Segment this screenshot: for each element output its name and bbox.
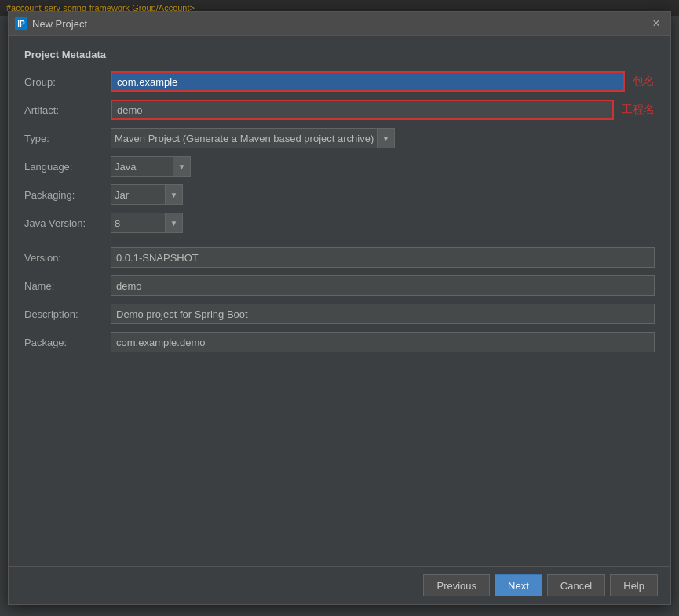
artifact-annotation: 工程名 [622,103,655,117]
cancel-button[interactable]: Cancel [547,574,605,596]
language-label: Language: [24,161,111,173]
group-label: Group: [24,76,111,88]
artifact-row: Artifact: 工程名 [24,100,655,120]
package-row: Package: [24,332,655,352]
language-select-wrap: Java Kotlin Groovy ▼ [111,156,191,177]
artifact-label: Artifact: [24,104,111,116]
help-button[interactable]: Help [610,574,658,596]
artifact-input[interactable] [111,100,614,120]
type-row: Type: Maven Project (Generate a Maven ba… [24,128,655,148]
type-dropdown-arrow[interactable]: ▼ [378,128,395,148]
version-input[interactable] [111,247,655,268]
next-button[interactable]: Next [495,574,542,596]
dialog-content: Project Metadata Group: 包名 Artifact: 工程名… [9,36,670,566]
dialog-icon: IP [15,17,27,30]
packaging-select[interactable]: Jar War [111,184,166,205]
language-select[interactable]: Java Kotlin Groovy [111,156,173,177]
section-title: Project Metadata [24,49,655,60]
package-label: Package: [24,337,111,348]
java-version-label: Java Version: [24,217,111,229]
description-label: Description: [24,308,111,320]
description-input[interactable] [111,304,655,324]
name-row: Name: [24,275,655,296]
type-select-wrap: Maven Project (Generate a Maven based pr… [111,128,395,148]
package-input[interactable] [111,332,655,352]
type-select[interactable]: Maven Project (Generate a Maven based pr… [111,128,378,148]
packaging-select-wrap: Jar War ▼ [111,184,183,205]
dialog-footer: Previous Next Cancel Help [9,566,670,604]
java-version-row: Java Version: 8 11 17 ▼ [24,213,655,233]
version-label: Version: [24,252,111,264]
title-bar: IP New Project × [9,12,670,36]
java-version-dropdown-arrow[interactable]: ▼ [166,213,183,233]
packaging-dropdown-arrow[interactable]: ▼ [166,184,183,205]
dialog-title: New Project [32,18,648,30]
group-input[interactable] [111,71,625,92]
java-version-select-wrap: 8 11 17 ▼ [111,213,183,233]
packaging-row: Packaging: Jar War ▼ [24,184,655,205]
group-annotation: 包名 [633,75,655,89]
group-row: Group: 包名 [24,71,655,92]
language-dropdown-arrow[interactable]: ▼ [173,156,191,177]
close-button[interactable]: × [648,16,664,31]
previous-button[interactable]: Previous [423,574,490,596]
name-label: Name: [24,280,111,292]
java-version-select[interactable]: 8 11 17 [111,213,166,233]
description-row: Description: [24,304,655,324]
type-label: Type: [24,133,111,144]
language-row: Language: Java Kotlin Groovy ▼ [24,156,655,177]
packaging-label: Packaging: [24,189,111,201]
name-input[interactable] [111,275,655,296]
version-row: Version: [24,247,655,268]
new-project-dialog: IP New Project × Project Metadata Group:… [8,11,671,605]
